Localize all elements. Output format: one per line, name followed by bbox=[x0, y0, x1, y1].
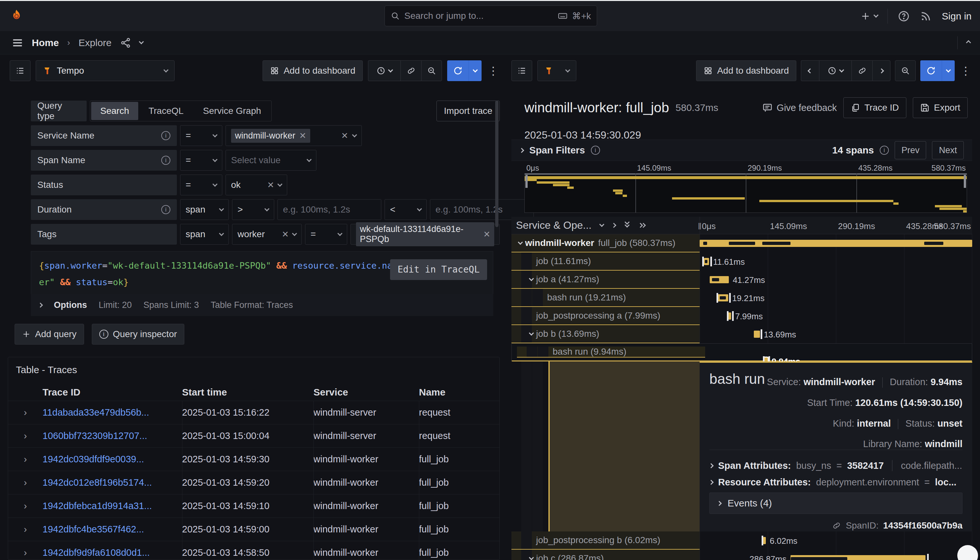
col-service[interactable]: Service bbox=[313, 387, 419, 398]
zoom-out-button[interactable] bbox=[421, 60, 442, 81]
run-query-caret[interactable] bbox=[468, 60, 482, 81]
tab-search[interactable]: Search bbox=[91, 102, 138, 120]
trace-id-link[interactable]: 1942dbfebca1d9914a31... bbox=[43, 501, 182, 511]
span-row[interactable]: job a (41.27ms)41.27ms bbox=[512, 271, 972, 289]
options-row[interactable]: Options Limit: 20 Spans Limit: 3 Table F… bbox=[31, 294, 493, 316]
col-start-time[interactable]: Start time bbox=[182, 387, 313, 398]
span-bar-cell[interactable] bbox=[700, 234, 972, 252]
sign-in-link[interactable]: Sign in bbox=[942, 11, 972, 22]
span-row[interactable]: job (11.61ms)11.61ms bbox=[512, 252, 972, 271]
left-pane-scrollbar[interactable] bbox=[495, 101, 498, 227]
export-button[interactable]: Export bbox=[913, 97, 968, 118]
minimap-left-handle[interactable] bbox=[525, 175, 528, 188]
span-bar[interactable] bbox=[704, 258, 709, 265]
status-value[interactable]: ok✕ bbox=[225, 175, 287, 195]
add-to-dashboard-button[interactable]: Add to dashboard bbox=[263, 60, 363, 81]
clear-icon[interactable]: ✕ bbox=[267, 181, 274, 189]
trace-id-link[interactable]: 1942dbfc4be3567f462... bbox=[43, 524, 182, 535]
add-to-dashboard-button[interactable]: Add to dashboard bbox=[696, 60, 796, 81]
span-name-cell[interactable]: job a (41.27ms) bbox=[512, 271, 700, 289]
status-operator[interactable]: = bbox=[180, 175, 222, 195]
span-bar-cell[interactable]: 13.69ms bbox=[700, 325, 972, 343]
query-rows-icon-button[interactable] bbox=[10, 60, 30, 81]
span-bar[interactable] bbox=[754, 331, 760, 338]
span-name-cell[interactable]: bash run (9.94ms) bbox=[517, 347, 705, 358]
link-split-button[interactable] bbox=[400, 60, 421, 81]
edit-in-traceql-button[interactable]: Edit in TraceQL bbox=[390, 259, 487, 280]
trace-id-button[interactable]: Trace ID bbox=[843, 97, 906, 118]
next-button[interactable]: Next bbox=[932, 141, 964, 159]
span-row[interactable]: bash run (19.21ms)19.21ms bbox=[512, 289, 972, 307]
trace-id-link[interactable]: 1942dc039dfdf9e0039... bbox=[43, 454, 182, 465]
query-inspector-button[interactable]: i Query inspector bbox=[92, 324, 185, 345]
value-chip[interactable]: wk-default-133114d6a91e-PSPQb✕ bbox=[356, 222, 494, 246]
run-query-button[interactable] bbox=[447, 60, 482, 81]
kebab-menu-icon[interactable]: ⋮ bbox=[959, 64, 972, 77]
span-bar[interactable] bbox=[790, 555, 926, 560]
span-bar-cell[interactable]: 7.99ms bbox=[700, 307, 972, 325]
events-accordion[interactable]: Events (4) bbox=[709, 493, 962, 514]
run-query-button[interactable] bbox=[920, 60, 955, 81]
span-bar-cell[interactable]: 286.87ms bbox=[700, 550, 972, 560]
table-row[interactable]: ›1060bbf732309b12707...2025-01-03 15:00:… bbox=[8, 424, 499, 447]
chevron-up-icon[interactable] bbox=[966, 40, 971, 45]
span-attributes-row[interactable]: Span Attributes: busy_ns=3582417 code.fi… bbox=[709, 460, 962, 471]
resource-attributes-row[interactable]: Resource Attributes: deployment.environm… bbox=[709, 477, 962, 488]
link-icon[interactable] bbox=[832, 521, 841, 530]
row-expander-icon[interactable]: › bbox=[8, 407, 43, 418]
span-bar-cell[interactable]: 11.61ms bbox=[700, 252, 972, 271]
span-bar[interactable] bbox=[763, 537, 766, 544]
span-bar-cell[interactable]: 6.02ms bbox=[700, 532, 972, 550]
tags-scope[interactable]: span bbox=[180, 224, 229, 245]
datasource-picker[interactable]: Tempo bbox=[36, 60, 175, 81]
news-rss-icon[interactable] bbox=[920, 10, 932, 22]
import-trace-button[interactable]: Import trace bbox=[437, 101, 500, 121]
col-name[interactable]: Name bbox=[419, 387, 499, 398]
expand-all-icon[interactable] bbox=[625, 223, 629, 228]
give-feedback-link[interactable]: Give feedback bbox=[762, 103, 837, 113]
breadcrumb-explore[interactable]: Explore bbox=[78, 37, 112, 48]
span-row[interactable]: job_postprocessing a (7.99ms)7.99ms bbox=[512, 307, 972, 325]
trace-id-link[interactable]: 1942dbf9d9fa6108d0d1... bbox=[43, 547, 182, 558]
tab-traceql[interactable]: TraceQL bbox=[140, 102, 193, 120]
tags-key[interactable]: worker✕ bbox=[232, 224, 302, 245]
span-row[interactable]: bash run (9.94ms)9.94ms bbox=[512, 343, 972, 362]
span-bar-cell[interactable]: 19.21ms bbox=[700, 289, 972, 307]
duration-min-input[interactable]: e.g. 100ms, 1.2s bbox=[277, 199, 381, 220]
duration-op-gt[interactable]: > bbox=[232, 199, 274, 220]
minimap-right-handle[interactable] bbox=[964, 175, 966, 188]
tags-value[interactable]: wk-default-133114d6a91e-PSPQb✕ bbox=[350, 224, 500, 245]
grafana-logo[interactable] bbox=[9, 9, 24, 24]
search-input[interactable]: Search or jump to... ⌘+k bbox=[385, 5, 597, 26]
datasource-picker-mini[interactable] bbox=[537, 60, 576, 81]
new-button[interactable] bbox=[861, 12, 878, 21]
table-row[interactable]: ›1942dbf9d9fa6108d0d1...2025-01-03 14:58… bbox=[8, 541, 499, 560]
span-bar[interactable] bbox=[700, 240, 972, 247]
help-icon[interactable] bbox=[898, 10, 910, 22]
query-rows-icon-button[interactable] bbox=[512, 60, 532, 81]
span-expander-icon[interactable] bbox=[515, 242, 525, 245]
clear-icon[interactable]: ✕ bbox=[282, 230, 289, 238]
breadcrumb-home[interactable]: Home bbox=[32, 37, 59, 48]
remove-icon[interactable]: ✕ bbox=[483, 230, 490, 238]
tags-operator[interactable]: = bbox=[305, 224, 347, 245]
row-expander-icon[interactable]: › bbox=[8, 430, 43, 441]
span-row[interactable]: job c (286.87ms)286.87ms bbox=[512, 550, 972, 560]
time-picker-button[interactable] bbox=[368, 60, 400, 81]
chevron-down-icon[interactable] bbox=[138, 39, 144, 45]
duration-scope[interactable]: span bbox=[180, 199, 229, 220]
row-expander-icon[interactable]: › bbox=[8, 477, 43, 488]
table-row[interactable]: ›11dabada33e479db56b...2025-01-03 15:16:… bbox=[8, 401, 499, 424]
col-trace-id[interactable]: Trace ID bbox=[43, 387, 182, 398]
span-bar[interactable] bbox=[717, 294, 728, 302]
prev-button[interactable]: Prev bbox=[895, 141, 927, 159]
span-name-cell[interactable]: job c (286.87ms) bbox=[512, 550, 700, 560]
duration-op-lt[interactable]: < bbox=[385, 199, 427, 220]
span-bar-cell[interactable]: 41.27ms bbox=[700, 271, 972, 289]
table-row[interactable]: ›1942dbfc4be3567f462...2025-01-03 14:59:… bbox=[8, 517, 499, 541]
span-name-cell[interactable]: windmill-workerfull_job (580.37ms) bbox=[512, 234, 700, 252]
chevron-down-icon[interactable] bbox=[599, 222, 605, 227]
service-operation-column-header[interactable]: Service & Ope... bbox=[516, 219, 592, 231]
span-bar[interactable] bbox=[710, 276, 729, 283]
run-query-caret[interactable] bbox=[942, 60, 955, 81]
